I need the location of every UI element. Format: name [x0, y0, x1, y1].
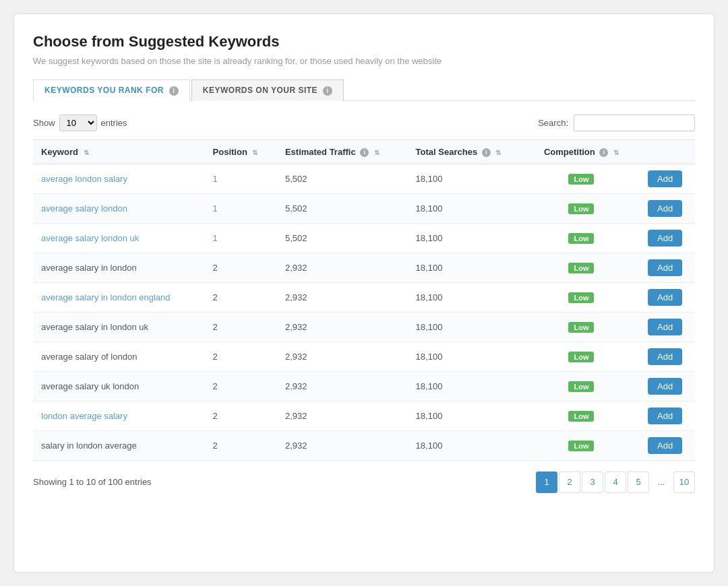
cell-searches: 18,100	[408, 223, 528, 253]
cell-traffic: 5,502	[277, 223, 408, 253]
cell-keyword: average salary in london	[33, 253, 205, 282]
competition-badge: Low	[568, 322, 594, 333]
keyword-text: average salary in london	[41, 263, 137, 273]
keywords-table: Keyword ⇅ Position ⇅ Estimated Traffic i…	[33, 139, 695, 461]
col-keyword: Keyword ⇅	[33, 139, 205, 164]
competition-info-icon: i	[599, 148, 608, 157]
cell-traffic: 2,932	[277, 282, 408, 312]
cell-traffic: 2,932	[277, 253, 408, 282]
add-button[interactable]: Add	[648, 319, 682, 335]
cell-keyword: salary in london average	[33, 430, 205, 460]
add-button[interactable]: Add	[648, 437, 682, 454]
cell-searches: 18,100	[408, 282, 528, 312]
cell-searches: 18,100	[408, 401, 528, 430]
cell-keyword: average salary of london	[33, 341, 205, 371]
search-control: Search:	[538, 115, 695, 131]
keyword-text: average salary in london uk	[41, 322, 148, 332]
page-btn-1[interactable]: 1	[536, 471, 557, 493]
cell-position: 1	[205, 193, 277, 223]
cell-traffic: 5,502	[277, 164, 408, 193]
competition-badge: Low	[568, 352, 594, 362]
pagination-ellipsis: ...	[650, 471, 672, 493]
add-button[interactable]: Add	[648, 200, 682, 217]
cell-traffic: 2,932	[277, 341, 408, 371]
entries-select[interactable]: 10 25 50 100	[59, 115, 97, 131]
cell-traffic: 2,932	[277, 430, 408, 460]
cell-traffic: 5,502	[277, 193, 408, 223]
table-row: average salary uk london 2 2,932 18,100 …	[33, 371, 695, 401]
competition-badge: Low	[568, 292, 594, 303]
competition-badge: Low	[568, 381, 594, 392]
table-row: average salary in london uk 2 2,932 18,1…	[33, 312, 695, 341]
competition-badge: Low	[568, 233, 594, 244]
keyword-text: average london salary	[41, 174, 127, 184]
tab-bar: KEYWORDS YOU RANK FOR i KEYWORDS ON YOUR…	[33, 79, 695, 101]
cell-competition: Low	[528, 371, 636, 401]
add-button[interactable]: Add	[648, 348, 682, 365]
cell-searches: 18,100	[408, 193, 528, 223]
table-row: average salary in london 2 2,932 18,100 …	[33, 253, 695, 282]
cell-competition: Low	[528, 164, 636, 193]
col-searches: Total Searches i ⇅	[408, 139, 528, 164]
sort-position-icon[interactable]: ⇅	[252, 149, 257, 156]
competition-badge: Low	[568, 203, 594, 214]
page-btn-4[interactable]: 4	[605, 471, 626, 493]
cell-searches: 18,100	[408, 430, 528, 460]
cell-competition: Low	[528, 253, 636, 282]
table-row: average london salary 1 5,502 18,100 Low…	[33, 164, 695, 193]
cell-competition: Low	[528, 430, 636, 460]
add-button[interactable]: Add	[648, 230, 682, 247]
tab-keywords-site[interactable]: KEYWORDS ON YOUR SITE i	[191, 79, 344, 101]
sort-traffic-icon[interactable]: ⇅	[374, 149, 380, 156]
cell-keyword: average salary london	[33, 193, 205, 223]
page-btn-last[interactable]: 10	[673, 471, 695, 493]
add-button[interactable]: Add	[648, 408, 682, 424]
competition-badge: Low	[568, 441, 594, 451]
page-btn-2[interactable]: 2	[559, 471, 580, 493]
cell-action: Add	[635, 371, 695, 401]
cell-traffic: 2,932	[277, 371, 408, 401]
sort-competition-icon[interactable]: ⇅	[613, 149, 619, 156]
tab-keywords-rank[interactable]: KEYWORDS YOU RANK FOR i	[33, 79, 190, 101]
add-button[interactable]: Add	[648, 378, 682, 395]
table-row: average salary in london england 2 2,932…	[33, 282, 695, 312]
add-button[interactable]: Add	[648, 170, 682, 187]
cell-competition: Low	[528, 312, 636, 341]
pagination: 1 2 3 4 5 ... 10	[536, 471, 695, 493]
showing-label: Showing 1 to 10 of 100 entries	[33, 477, 152, 487]
page-btn-3[interactable]: 3	[582, 471, 603, 493]
search-input[interactable]	[574, 115, 695, 131]
tab-rank-info-icon: i	[169, 86, 179, 96]
cell-position: 2	[205, 312, 277, 341]
cell-position: 2	[205, 282, 277, 312]
col-action	[635, 139, 695, 164]
table-row: salary in london average 2 2,932 18,100 …	[33, 430, 695, 460]
cell-position: 1	[205, 223, 277, 253]
cell-position: 2	[205, 341, 277, 371]
add-button[interactable]: Add	[648, 259, 682, 276]
col-position: Position ⇅	[205, 139, 277, 164]
table-header-row: Keyword ⇅ Position ⇅ Estimated Traffic i…	[33, 139, 695, 164]
keyword-text: average salary in london england	[41, 292, 171, 302]
search-label: Search:	[538, 118, 568, 128]
cell-action: Add	[635, 164, 695, 193]
footer-row: Showing 1 to 10 of 100 entries 1 2 3 4 5…	[33, 471, 695, 493]
cell-keyword: average salary uk london	[33, 371, 205, 401]
show-entries-control: Show 10 25 50 100 entries	[33, 115, 127, 131]
add-button[interactable]: Add	[648, 289, 682, 306]
keyword-text: salary in london average	[41, 441, 137, 451]
cell-action: Add	[635, 341, 695, 371]
keyword-text: london average salary	[41, 411, 127, 421]
keyword-text: average salary of london	[41, 352, 137, 362]
competition-badge: Low	[568, 411, 594, 422]
cell-keyword: average salary in london england	[33, 282, 205, 312]
subtitle: We suggest keywords based on those the s…	[33, 56, 695, 66]
cell-competition: Low	[528, 223, 636, 253]
sort-searches-icon[interactable]: ⇅	[495, 149, 501, 156]
cell-action: Add	[635, 430, 695, 460]
col-competition: Competition i ⇅	[528, 139, 636, 164]
page-btn-5[interactable]: 5	[628, 471, 649, 493]
entries-label: entries	[101, 118, 127, 128]
sort-keyword-icon[interactable]: ⇅	[84, 149, 89, 156]
cell-action: Add	[635, 401, 695, 430]
